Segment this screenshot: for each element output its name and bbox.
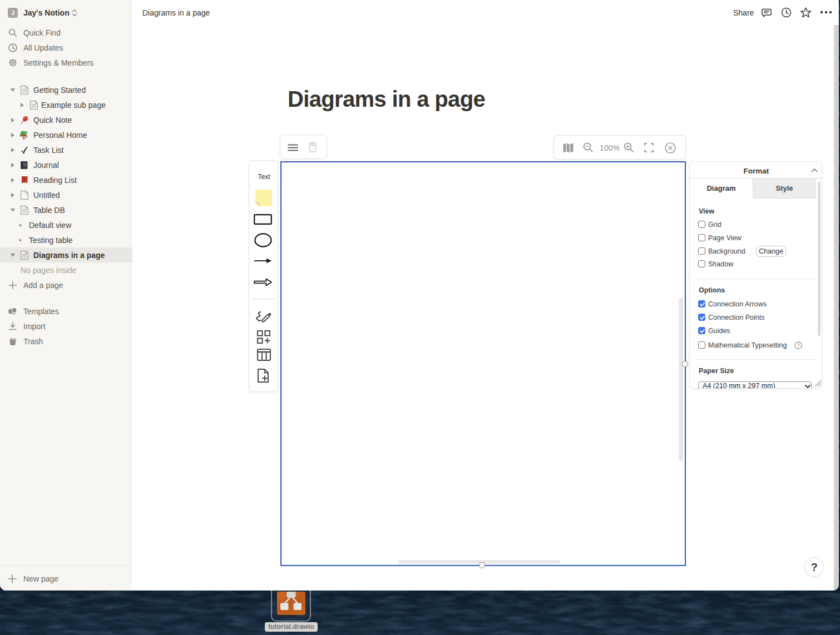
- svg-text:?: ?: [797, 343, 799, 348]
